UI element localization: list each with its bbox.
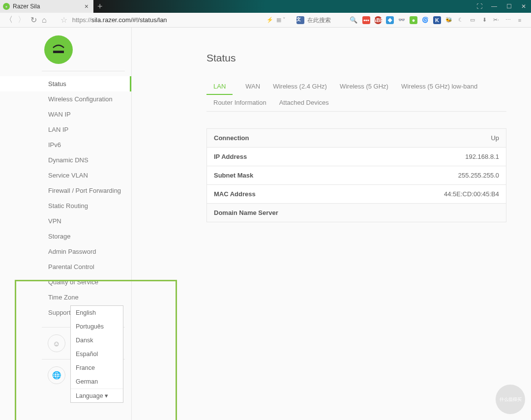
window-controls: ⛶ — ☐ ✕ [472, 0, 531, 13]
sidebar-item-status[interactable]: Status [0, 76, 131, 91]
sidebar-item-vpn[interactable]: VPN [0, 213, 131, 229]
page-title: Status [206, 52, 506, 64]
ext-icon-k[interactable]: K [433, 16, 441, 24]
watermark-badge: 什么值得买 [496, 385, 525, 414]
row-connection: Connection Up [207, 129, 506, 148]
book-icon[interactable]: ▭ [469, 16, 476, 24]
language-option-list[interactable]: English Português Dansk Español France G… [71, 306, 123, 389]
sidebar-item-wireless-config[interactable]: Wireless Configuration [0, 91, 131, 107]
browser-titlebar: ● Razer Sila × + ⛶ — ☐ ✕ [0, 0, 531, 13]
sidebar-item-ipv6[interactable]: IPv6 [0, 137, 131, 152]
forward-button[interactable]: 〉 [18, 15, 26, 25]
language-dropdown[interactable]: English Português Dansk Español France G… [70, 305, 123, 403]
lang-option-english[interactable]: English [71, 306, 123, 320]
sidebar-item-static-routing[interactable]: Static Routing [0, 198, 131, 213]
sidebar-item-qos[interactable]: Quality of Service [0, 274, 131, 290]
url-bar[interactable]: https://sila.razer.com/#!/status/lan [72, 16, 167, 24]
lang-option-espanol[interactable]: Español [71, 347, 123, 361]
sidebar-item-ddns[interactable]: Dynamic DNS [0, 152, 131, 168]
sidebar-item-timezone[interactable]: Time Zone [0, 290, 131, 305]
row-ip-address: IP Address 192.168.8.1 [207, 148, 506, 166]
reload-button[interactable]: ↻ [30, 15, 37, 25]
adblock-icon[interactable]: ABP [374, 16, 382, 24]
download-icon[interactable]: ⬇ [480, 16, 488, 24]
scissors-icon[interactable]: ✂· [492, 16, 500, 24]
menu-icon[interactable]: ≡ [516, 16, 524, 24]
globe-icon[interactable]: 🌐 [48, 366, 65, 384]
flash-icon[interactable]: ⚡ [266, 17, 273, 23]
tab-wireless-24[interactable]: Wireless (2.4 GHz) [273, 79, 327, 95]
close-tab-icon[interactable]: × [85, 2, 88, 10]
row-subnet-mask: Subnet Mask 255.255.255.0 [207, 166, 506, 185]
close-window-button[interactable]: ✕ [516, 0, 531, 13]
maximize-button[interactable]: ☐ [502, 0, 516, 13]
sidebar-item-wan-ip[interactable]: WAN IP [0, 107, 131, 122]
sidebar-item-service-vlan[interactable]: Service VLAN [0, 168, 131, 183]
more-icon[interactable]: ⋯ [504, 16, 512, 24]
ext-icon-3[interactable]: ◆ [386, 16, 394, 24]
search-icon[interactable]: 🔍 [350, 16, 357, 24]
subtab-router-info[interactable]: Router Information [213, 99, 266, 106]
status-info-table: Connection Up IP Address 192.168.8.1 Sub… [206, 128, 506, 222]
sidebar-item-firewall[interactable]: Firewall / Port Forwarding [0, 183, 131, 198]
account-icon[interactable]: ☺ [48, 334, 65, 352]
lang-option-dansk[interactable]: Dansk [71, 333, 123, 347]
language-label[interactable]: Language ▾ [71, 389, 123, 402]
lang-option-german[interactable]: German [71, 375, 123, 389]
row-dns: Domain Name Server [207, 204, 506, 222]
moon-icon[interactable]: ☾ [457, 16, 465, 24]
bookmark-icon[interactable]: ☆ [60, 15, 67, 25]
tab-lan[interactable]: LAN [206, 79, 233, 95]
subtab-attached-devices[interactable]: Attached Devices [279, 99, 329, 106]
tab-wireless-5[interactable]: Wireless (5 GHz) [340, 79, 388, 95]
favicon-icon: ● [3, 3, 10, 10]
ext-icon-1[interactable]: ••• [362, 16, 370, 24]
sidebar-item-admin-password[interactable]: Admin Password [0, 244, 131, 259]
browser-toolbar: 〈 〉 ↻ ⌂ ☆ https://sila.razer.com/#!/stat… [0, 13, 531, 28]
tab-wireless-5-low[interactable]: Wireless (5 GHz) low-band [401, 79, 477, 95]
weibo-icon[interactable]: 🌀 [421, 16, 429, 24]
minimize-button[interactable]: — [487, 0, 502, 13]
lang-option-portugues[interactable]: Português [71, 320, 123, 333]
ext-icon-4[interactable]: 👓 [398, 16, 406, 24]
lang-option-france[interactable]: France [71, 361, 123, 375]
tab-title: Razer Sila [13, 3, 82, 10]
sidebar-menu: Status Wireless Configuration WAN IP LAN… [0, 71, 131, 320]
gift-icon[interactable]: ⛶ [472, 0, 487, 13]
sidebar: Status Wireless Configuration WAN IP LAN… [0, 28, 132, 420]
main-content: Status LAN WAN Wireless (2.4 GHz) Wirele… [132, 28, 531, 420]
ext-icon-5[interactable]: ● [410, 16, 417, 24]
tab-wan[interactable]: WAN [245, 79, 260, 95]
browser-tab[interactable]: ● Razer Sila × [0, 0, 93, 13]
row-mac-address: MAC Address 44:5E:CD:00:45:B4 [207, 185, 506, 204]
page-body: Status Wireless Configuration WAN IP LAN… [0, 28, 531, 420]
bee-icon[interactable]: 🐝 [445, 16, 453, 24]
svg-rect-0 [53, 51, 64, 53]
sidebar-item-parental-control[interactable]: Parental Control [0, 259, 131, 274]
sidebar-item-lan-ip[interactable]: LAN IP [0, 122, 131, 137]
new-tab-button[interactable]: + [93, 1, 107, 12]
search-input[interactable] [307, 17, 347, 24]
router-logo-icon [44, 35, 73, 64]
translate-icon[interactable]: 文 [296, 16, 304, 24]
extension-icons: ••• ABP ◆ 👓 ● 🌀 K 🐝 ☾ ▭ ⬇ ✂· ⋯ ≡ [362, 16, 526, 24]
qr-icon[interactable]: ▦ ˅ [276, 17, 286, 23]
back-button[interactable]: 〈 [5, 15, 13, 25]
sidebar-item-storage[interactable]: Storage [0, 229, 131, 244]
home-button[interactable]: ⌂ [42, 16, 47, 25]
status-tabs: LAN WAN Wireless (2.4 GHz) Wireless (5 G… [206, 79, 506, 112]
